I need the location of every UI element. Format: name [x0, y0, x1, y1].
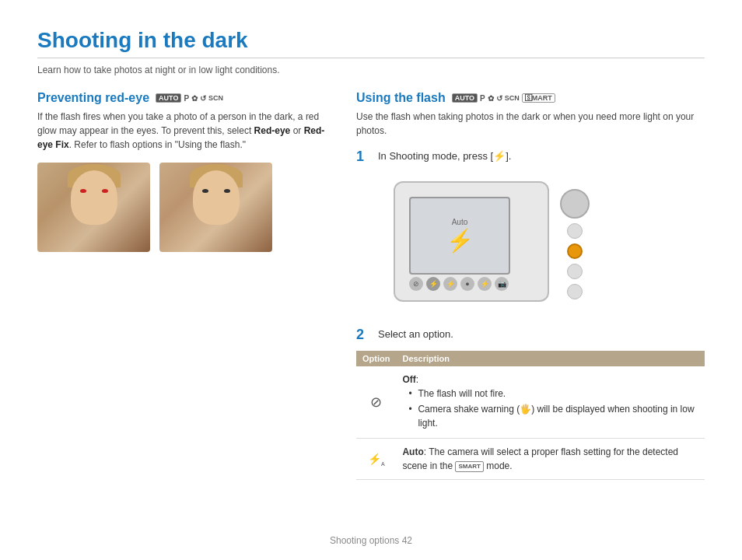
- face-before: [67, 170, 121, 240]
- btn-bottom-right: [567, 264, 583, 279]
- btn-top-right: [567, 223, 583, 239]
- step-1-number: 1: [356, 149, 372, 166]
- photo-after: [159, 163, 272, 252]
- off-icon: ⊘: [370, 394, 382, 410]
- table-row-auto: ⚡A Auto: The camera will select a proper…: [356, 439, 705, 480]
- right-body-text: Use the flash when taking photos in the …: [356, 110, 705, 138]
- left-badges: AUTO P ✿ ↺ SCN: [156, 93, 223, 103]
- badge-auto: AUTO: [156, 93, 181, 103]
- badge-auto-r: AUTO: [452, 93, 478, 103]
- page: Shooting in the dark Learn how to take p…: [0, 0, 742, 560]
- btn-flash-active: [567, 243, 583, 259]
- eye-left-red: [80, 189, 86, 193]
- options-table: Option Description ⊘ Off: The flash wil: [356, 351, 705, 480]
- badge-flower: ✿: [191, 94, 198, 103]
- photo-before: [37, 163, 150, 252]
- mode-btn-3: ⚡: [443, 277, 457, 291]
- flash-icon-large: ⚡: [446, 228, 474, 254]
- photo-before-bg: [37, 163, 150, 252]
- face-after: [189, 170, 243, 240]
- badge-flower-r: ✿: [488, 94, 494, 103]
- flash-icon-inline: ⚡: [493, 150, 506, 162]
- badge-smart-r: 🅂MART: [522, 93, 555, 103]
- left-body-text: If the flash fires when you take a photo…: [37, 110, 333, 152]
- eye-right-normal: [224, 189, 230, 193]
- photo-after-bg: [159, 163, 272, 252]
- off-bullet-2: Camera shake warning (🖐) will be display…: [408, 402, 698, 430]
- skin-after: [193, 170, 240, 225]
- right-badges: AUTO P ✿ ↺ SCN 🅂MART: [452, 93, 555, 103]
- off-bullet-1: The flash will not fire.: [408, 387, 698, 401]
- red-eye-images: [37, 163, 333, 252]
- camera-screen: Auto ⚡: [409, 197, 510, 275]
- auto-flash-icon: ⚡A: [368, 453, 385, 465]
- mode-btn-1: ⊘: [409, 277, 423, 291]
- off-bullets: The flash will not fire. Camera shake wa…: [402, 387, 698, 430]
- badge-scn-r: SCN: [505, 94, 520, 102]
- badge-refresh-r: ↺: [496, 94, 502, 103]
- eye-left-normal: [202, 189, 208, 193]
- preventing-red-eye-heading: Preventing red-eye AUTO P ✿ ↺ SCN: [37, 91, 333, 105]
- page-subtitle: Learn how to take photos at night or in …: [37, 65, 705, 75]
- auto-description-cell: Auto: The camera will select a proper fl…: [396, 439, 705, 480]
- table-header: Option Description: [356, 351, 705, 366]
- auto-label: Auto: [446, 218, 474, 226]
- zoom-dial: [560, 189, 590, 219]
- auto-label-text: Auto: [402, 446, 423, 457]
- step-2: 2 Select an option.: [356, 327, 705, 344]
- camera-body: Auto ⚡ ⊘ ⚡ ⚡ ● ⚡ 📷: [394, 181, 549, 302]
- step-1: 1 In Shooting mode, press [⚡].: [356, 149, 705, 166]
- eye-right-red: [102, 189, 108, 193]
- camera-controls-right: [560, 189, 590, 299]
- using-flash-label: Using the flash: [356, 91, 446, 105]
- page-title: Shooting in the dark: [37, 28, 705, 58]
- badge-p-r: P: [480, 94, 485, 103]
- step-2-text: Select an option.: [378, 327, 453, 340]
- col-description-header: Description: [396, 351, 705, 366]
- screen-content: Auto ⚡: [446, 218, 474, 254]
- content-columns: Preventing red-eye AUTO P ✿ ↺ SCN If the…: [37, 91, 705, 480]
- preventing-red-eye-label: Preventing red-eye: [37, 91, 149, 105]
- mode-btn-4: ●: [460, 277, 474, 291]
- step-1-text: In Shooting mode, press [⚡].: [378, 149, 511, 162]
- mode-btn-6: 📷: [495, 277, 509, 291]
- page-footer: Shooting options 42: [0, 535, 742, 546]
- step-2-number: 2: [356, 327, 372, 344]
- off-description-cell: Off: The flash will not fire. Camera sha…: [396, 366, 705, 439]
- badge-refresh: ↺: [200, 94, 206, 103]
- using-the-flash-heading: Using the flash AUTO P ✿ ↺ SCN 🅂MART: [356, 91, 705, 105]
- smart-badge-inline: SMART: [455, 461, 483, 472]
- auto-icon-cell: ⚡A: [356, 439, 396, 480]
- shake-icon: 🖐: [520, 404, 531, 415]
- badge-p: P: [184, 94, 189, 103]
- btn-bottom-right2: [567, 284, 583, 299]
- camera-diagram: Auto ⚡ ⊘ ⚡ ⚡ ● ⚡ 📷: [378, 173, 596, 317]
- off-label: Off:: [402, 373, 698, 387]
- flash-modes-row: ⊘ ⚡ ⚡ ● ⚡ 📷: [409, 277, 509, 291]
- left-column: Preventing red-eye AUTO P ✿ ↺ SCN If the…: [37, 91, 333, 480]
- skin-before: [71, 170, 117, 225]
- table-body: ⊘ Off: The flash will not fire. Camera s…: [356, 366, 705, 480]
- right-column: Using the flash AUTO P ✿ ↺ SCN 🅂MART Use…: [356, 91, 705, 480]
- badge-scn: SCN: [208, 94, 223, 102]
- col-option-header: Option: [356, 351, 396, 366]
- off-icon-cell: ⊘: [356, 366, 396, 439]
- table-header-row: Option Description: [356, 351, 705, 366]
- mode-btn-5: ⚡: [478, 277, 492, 291]
- table-row-off: ⊘ Off: The flash will not fire. Camera s…: [356, 366, 705, 439]
- mode-btn-2: ⚡: [426, 277, 440, 291]
